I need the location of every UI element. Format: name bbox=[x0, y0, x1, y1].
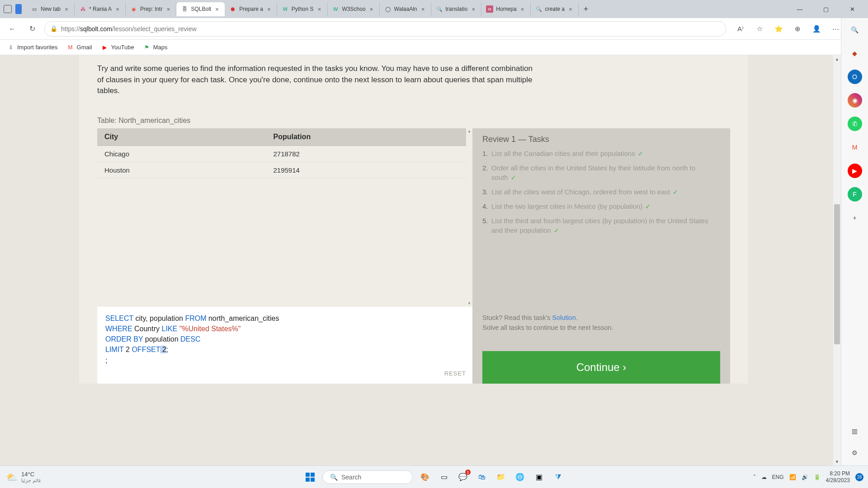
page-scrollbar[interactable]: ▲ ▼ bbox=[833, 55, 841, 465]
taskbar-terminal-icon[interactable]: ▣ bbox=[532, 470, 546, 484]
start-button[interactable] bbox=[303, 470, 317, 484]
taskbar-widgets-icon[interactable]: 🎨 bbox=[418, 470, 432, 484]
favorites-list-icon[interactable]: ⭐ bbox=[772, 23, 785, 35]
read-aloud-icon[interactable]: A⁾ bbox=[734, 23, 747, 35]
tray-language[interactable]: ENG bbox=[772, 474, 784, 480]
scroll-down-icon[interactable]: ▼ bbox=[466, 300, 472, 307]
scroll-down-icon[interactable]: ▼ bbox=[833, 458, 841, 465]
sidebar-youtube-icon[interactable]: ▶ bbox=[848, 164, 862, 178]
close-icon[interactable]: × bbox=[266, 6, 272, 12]
tray-clock[interactable]: 8:20 PM 4/28/2023 bbox=[826, 470, 850, 483]
search-icon: 🔍 bbox=[535, 5, 542, 13]
continue-button[interactable]: Continue › bbox=[482, 351, 720, 384]
taskbar-search[interactable]: 🔍 Search bbox=[322, 470, 413, 484]
close-icon[interactable]: × bbox=[470, 6, 476, 12]
tab-new-tab[interactable]: ▭New tab× bbox=[26, 2, 75, 16]
refresh-button[interactable]: ↻ bbox=[24, 21, 40, 37]
table-scrollbar[interactable]: ▲ ▼ bbox=[466, 128, 472, 307]
sidebar-whatsapp-icon[interactable]: ✆ bbox=[848, 117, 862, 131]
tray-battery-icon[interactable]: 🔋 bbox=[814, 474, 821, 480]
tray-volume-icon[interactable]: 🔊 bbox=[802, 474, 808, 480]
tab-w3school[interactable]: WW3Schoo× bbox=[328, 2, 380, 16]
taskbar-taskview-icon[interactable]: ▭ bbox=[437, 470, 451, 484]
col-header-city: City bbox=[97, 128, 266, 146]
sidebar-gmail-icon[interactable]: M bbox=[848, 140, 862, 155]
svg-rect-3 bbox=[311, 478, 315, 482]
tray-wifi-icon[interactable]: 📶 bbox=[789, 474, 796, 480]
sidebar-instagram-icon[interactable]: ◉ bbox=[848, 93, 862, 108]
slack-icon: ⁂ bbox=[79, 5, 86, 13]
taskbar-store-icon[interactable]: 🛍 bbox=[475, 470, 489, 484]
task-item: 1.List all the Canadian cities and their… bbox=[482, 149, 720, 159]
taskbar-explorer-icon[interactable]: 📁 bbox=[494, 470, 508, 484]
favorite-icon[interactable]: ☆ bbox=[753, 23, 766, 35]
more-icon[interactable]: ⋯ bbox=[829, 23, 842, 35]
close-icon[interactable]: × bbox=[368, 6, 375, 12]
tray-chevron-icon[interactable]: ˄ bbox=[753, 474, 756, 480]
close-icon[interactable]: × bbox=[420, 6, 426, 12]
import-icon: ⇩ bbox=[7, 44, 14, 51]
taskbar-chat-icon[interactable]: 💬1 bbox=[456, 470, 470, 484]
tab-rania[interactable]: ⁂* Rania A× bbox=[75, 2, 126, 16]
page-icon: ▭ bbox=[31, 5, 38, 13]
tab-walaa[interactable]: ◯WalaaAln× bbox=[380, 2, 431, 16]
tab-prepare[interactable]: ⬣Prepare a× bbox=[225, 2, 277, 16]
tab-homepa[interactable]: MHomepa× bbox=[481, 2, 530, 16]
minimize-button[interactable]: — bbox=[790, 2, 809, 16]
results-table: City Population Chicago 2718782 bbox=[97, 128, 472, 178]
scroll-up-icon[interactable]: ▲ bbox=[466, 128, 472, 135]
close-icon[interactable]: × bbox=[114, 6, 121, 12]
close-icon[interactable]: × bbox=[316, 6, 323, 12]
collections-icon[interactable]: ⊕ bbox=[791, 23, 804, 35]
tray-onedrive-icon[interactable]: ☁ bbox=[761, 474, 767, 480]
tab-sqlbolt[interactable]: 🗄SQLBolt× bbox=[176, 2, 225, 16]
lesson-card: Try and write some queries to find the i… bbox=[79, 55, 748, 384]
close-icon[interactable]: × bbox=[519, 6, 526, 12]
sidebar-outlook-icon[interactable]: O bbox=[848, 70, 862, 84]
back-button[interactable]: ← bbox=[5, 21, 20, 37]
bookmark-youtube[interactable]: ▶YouTube bbox=[101, 44, 134, 51]
taskbar-edge-icon[interactable]: 🌐 bbox=[513, 470, 527, 484]
close-window-button[interactable]: ✕ bbox=[843, 2, 862, 16]
sidebar-office-icon[interactable]: ◆ bbox=[848, 46, 862, 61]
sidebar-settings-icon[interactable]: ⚙ bbox=[848, 446, 862, 460]
taskbar-vscode-icon[interactable]: ⧩ bbox=[551, 470, 565, 484]
sql-editor[interactable]: SELECT city, population FROM north_ameri… bbox=[97, 307, 472, 384]
close-icon[interactable]: × bbox=[63, 6, 70, 12]
cell-population: 2718782 bbox=[266, 145, 473, 162]
close-icon[interactable]: × bbox=[567, 6, 574, 12]
tab-translate[interactable]: 🔍translatio× bbox=[431, 2, 482, 16]
sidebar-fiverr-icon[interactable]: F bbox=[848, 187, 862, 202]
reset-button[interactable]: RESET bbox=[444, 370, 466, 378]
close-icon[interactable]: × bbox=[214, 6, 220, 12]
search-icon: 🔍 bbox=[330, 474, 338, 481]
tab-create[interactable]: 🔍create a× bbox=[531, 2, 579, 16]
tab-actions-icon[interactable] bbox=[4, 5, 12, 13]
maximize-button[interactable]: ▢ bbox=[816, 2, 835, 16]
cell-city: Chicago bbox=[97, 145, 266, 162]
tab-prep[interactable]: ◉Prep: Intr× bbox=[126, 2, 176, 16]
tray-notifications[interactable]: 16 bbox=[855, 473, 863, 481]
scrollbar-thumb[interactable] bbox=[834, 204, 840, 344]
bookmark-gmail[interactable]: MGmail bbox=[67, 44, 92, 51]
scroll-up-icon[interactable]: ▲ bbox=[833, 55, 841, 63]
solution-link[interactable]: Solution bbox=[552, 314, 576, 321]
url-box[interactable]: 🔒 https://sqlbolt.com/lesson/select_quer… bbox=[44, 21, 726, 37]
sidebar-search-icon[interactable]: 🔍 bbox=[848, 23, 862, 37]
sidebar-panel-icon[interactable]: ▥ bbox=[848, 424, 862, 438]
taskbar-weather[interactable]: ⛅ 14°C غائم جزئيا bbox=[0, 471, 47, 483]
tab-python[interactable]: WPython S× bbox=[277, 2, 328, 16]
tab-label: W3Schoo bbox=[342, 6, 366, 12]
personal-tab-icon[interactable] bbox=[15, 4, 22, 14]
bookmark-maps[interactable]: ⚑Maps bbox=[143, 44, 168, 51]
gmail-icon: M bbox=[67, 44, 74, 51]
youtube-icon: ▶ bbox=[101, 44, 108, 51]
new-tab-button[interactable]: + bbox=[579, 2, 593, 16]
sidebar-add-icon[interactable]: + bbox=[848, 211, 862, 225]
weather-desc: غائم جزئيا bbox=[21, 478, 41, 483]
check-icon: ✓ bbox=[554, 227, 559, 234]
bookmark-import-favorites[interactable]: ⇩Import favorites bbox=[7, 44, 58, 51]
profile-icon[interactable]: 👤 bbox=[810, 23, 823, 35]
close-icon[interactable]: × bbox=[165, 6, 171, 12]
taskbar-right: ˄ ☁ ENG 📶 🔊 🔋 8:20 PM 4/28/2023 16 bbox=[753, 470, 868, 483]
